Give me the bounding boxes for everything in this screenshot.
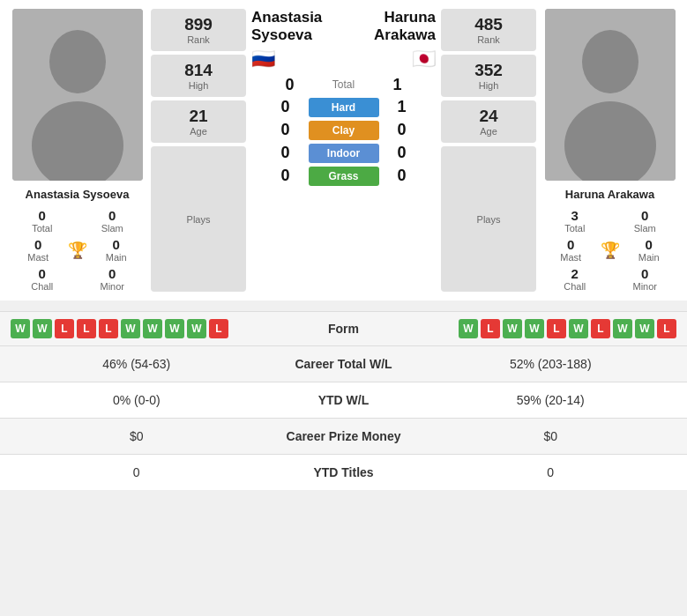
left-slam-cell: 0 Slam — [79, 208, 146, 234]
stats-row-right-3: 0 — [414, 455, 688, 490]
left-minor-cell: 0 Minor — [79, 266, 146, 292]
form-row: WWLLLWWWWL Form WLWWLWLWWL — [0, 311, 687, 345]
left-total-value: 0 — [39, 208, 46, 223]
total-score-line: 0 Total 1 — [251, 76, 436, 94]
right-rank-value: 485 — [447, 15, 530, 34]
hard-surface-tag: Hard — [309, 98, 379, 117]
total-label: Total — [313, 78, 375, 91]
right-plays-label: Plays — [477, 214, 501, 225]
indoor-surface-tag: Indoor — [309, 144, 379, 163]
bottom-section: WWLLLWWWWL Form WLWWLWLWWL 46% (54-63)Ca… — [0, 311, 687, 490]
right-player-photo — [545, 9, 676, 181]
left-stats-grid: 0 Total 0 Slam — [9, 208, 146, 234]
right-chall-cell: 2 Chall — [541, 266, 609, 292]
clay-score-right: 0 — [390, 121, 414, 139]
left-main-value: 0 — [113, 237, 120, 252]
left-rank-box: 899 Rank — [151, 9, 246, 51]
left-form-badge-l: L — [55, 319, 74, 338]
left-stat-panels: 899 Rank 814 High 21 Age Plays — [151, 9, 246, 292]
right-high-box: 352 High — [441, 55, 536, 97]
right-trophy-icon: 🏆 — [601, 241, 620, 260]
right-player-name-line2: Arakawa — [374, 26, 436, 44]
right-mast-value: 0 — [567, 237, 574, 252]
left-player-photo — [12, 9, 143, 181]
left-chall-cell: 0 Chall — [9, 266, 76, 292]
right-age-box: 24 Age — [441, 100, 536, 143]
right-rank-label: Rank — [447, 34, 530, 45]
total-score-left: 0 — [278, 76, 302, 94]
stats-table-row: $0Career Prize Money$0 — [0, 418, 687, 454]
grass-score-right: 0 — [390, 167, 414, 185]
grass-score-left: 0 — [273, 167, 298, 185]
left-plays-label: Plays — [187, 214, 211, 225]
left-trophy-row: 0 Mast 🏆 0 Main — [9, 237, 146, 263]
left-player-name-line2: Sysoeva — [251, 26, 322, 44]
right-flag: 🇯🇵 — [374, 48, 436, 71]
left-player-name: Anastasia Sysoeva — [26, 188, 130, 201]
right-age-label: Age — [447, 126, 530, 137]
right-minor-cell: 0 Minor — [612, 266, 679, 292]
right-slam-cell: 0 Slam — [612, 208, 679, 234]
hard-score-right: 1 — [390, 98, 414, 116]
right-minor-value: 0 — [641, 266, 648, 281]
svg-point-1 — [49, 30, 106, 93]
right-minor-label: Minor — [632, 281, 657, 292]
right-form-badge-w: W — [503, 319, 522, 338]
stats-row-label-1: YTD W/L — [273, 382, 414, 418]
left-minor-label: Minor — [100, 281, 124, 292]
stats-row-left-3: 0 — [0, 455, 273, 490]
right-form-badge-l: L — [657, 319, 676, 338]
stats-row-right-0: 52% (203-188) — [414, 346, 688, 382]
right-player-photo-col: Haruna Arakawa 3 Total 0 Slam 0 Mast 🏆 — [541, 9, 678, 292]
right-form-badge-l: L — [481, 319, 500, 338]
right-form-badge-w: W — [613, 319, 632, 338]
left-chall-value: 0 — [39, 266, 46, 281]
left-form-badge-w: W — [121, 319, 140, 338]
right-form-badge-w: W — [635, 319, 654, 338]
left-flag: 🇷🇺 — [251, 48, 322, 71]
grass-surface-tag: Grass — [309, 167, 379, 186]
stats-table-row: 0% (0-0)YTD W/L59% (20-14) — [0, 382, 687, 418]
right-main-value: 0 — [646, 237, 653, 252]
match-top: Anastasia Sysoeva 0 Total 0 Slam 0 Mast … — [0, 0, 687, 301]
svg-point-4 — [582, 30, 638, 93]
total-score-right: 1 — [385, 76, 410, 94]
left-chall-label: Chall — [31, 281, 53, 292]
main-container: Anastasia Sysoeva 0 Total 0 Slam 0 Mast … — [0, 0, 687, 490]
left-mast-cell: 0 Mast — [9, 237, 68, 263]
right-main-cell: 0 Main — [620, 237, 679, 263]
right-trophy-row: 0 Mast 🏆 0 Main — [541, 237, 678, 263]
right-player-header-name: Haruna Arakawa 🇯🇵 — [374, 9, 436, 71]
left-player-photo-col: Anastasia Sysoeva 0 Total 0 Slam 0 Mast … — [9, 9, 146, 292]
left-mast-value: 0 — [34, 237, 41, 252]
right-total-value: 3 — [571, 208, 579, 223]
left-form-badge-l: L — [209, 319, 228, 338]
left-bottom-stats: 0 Chall 0 Minor — [9, 266, 146, 292]
right-mast-cell: 0 Mast — [541, 237, 601, 263]
left-age-label: Age — [157, 126, 240, 137]
left-form-badge-w: W — [33, 319, 52, 338]
hard-score-left: 0 — [273, 98, 298, 116]
clay-score-left: 0 — [273, 121, 298, 139]
right-age-value: 24 — [447, 107, 530, 126]
indoor-score-right: 0 — [390, 144, 414, 162]
left-mast-label: Mast — [27, 252, 49, 263]
left-plays-box: Plays — [151, 146, 246, 292]
left-form-badge-w: W — [11, 319, 30, 338]
left-age-box: 21 Age — [151, 100, 246, 143]
right-form-badge-w: W — [525, 319, 544, 338]
stats-row-label-3: YTD Titles — [273, 455, 414, 490]
left-age-value: 21 — [157, 107, 240, 126]
left-form-badges: WWLLLWWWWL — [11, 319, 291, 338]
right-chall-value: 2 — [571, 266, 579, 281]
left-total-cell: 0 Total — [9, 208, 76, 234]
left-high-value: 814 — [157, 61, 240, 80]
stats-table: 46% (54-63)Career Total W/L52% (203-188)… — [0, 345, 687, 490]
left-trophy-icon: 🏆 — [68, 241, 87, 260]
right-form-badge-w: W — [459, 319, 478, 338]
left-player-name-line1: Anastasia — [251, 9, 322, 26]
stats-table-row: 46% (54-63)Career Total W/L52% (203-188) — [0, 345, 687, 382]
left-minor-value: 0 — [108, 266, 116, 281]
right-form-badge-l: L — [547, 319, 566, 338]
right-total-label: Total — [564, 223, 585, 234]
